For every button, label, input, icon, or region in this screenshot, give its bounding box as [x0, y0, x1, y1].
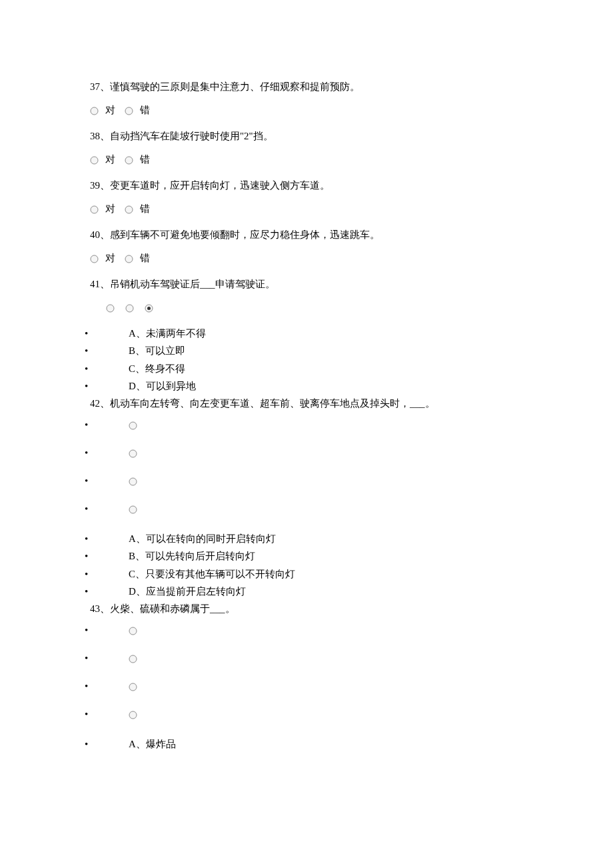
list-item: B、可以先转向后开启转向灯	[90, 547, 523, 565]
radio-unchecked-icon[interactable]	[106, 299, 115, 317]
radio-unchecked-icon[interactable]	[129, 416, 137, 434]
svg-point-14	[129, 478, 137, 485]
true-label: 对	[105, 249, 115, 267]
svg-point-1	[125, 107, 133, 115]
radio-unchecked-icon[interactable]	[129, 500, 137, 518]
svg-point-2	[91, 157, 98, 164]
radio-unchecked-icon[interactable]	[129, 444, 137, 462]
svg-point-15	[129, 506, 137, 513]
question-39-text: 39、变更车道时，应开启转向灯，迅速驶入侧方车道。	[90, 177, 523, 195]
svg-point-16	[129, 627, 137, 635]
list-item: C、只要没有其他车辆可以不开转向灯	[90, 565, 523, 583]
false-label: 错	[140, 101, 150, 119]
list-item: D、应当提前开启左转向灯	[90, 583, 523, 600]
true-label: 对	[105, 200, 115, 218]
svg-point-17	[129, 655, 137, 663]
false-label: 错	[140, 200, 150, 218]
list-item	[90, 623, 523, 637]
list-item	[90, 679, 523, 693]
list-item	[90, 418, 523, 431]
radio-unchecked-icon[interactable]	[125, 200, 133, 218]
list-item	[90, 446, 523, 459]
radio-unchecked-icon[interactable]	[90, 200, 99, 218]
radio-unchecked-icon[interactable]	[129, 649, 137, 667]
question-40-text: 40、感到车辆不可避免地要倾翻时，应尽力稳住身体，迅速跳车。	[90, 226, 523, 244]
svg-point-11	[147, 307, 151, 310]
svg-point-19	[129, 711, 137, 719]
svg-point-5	[125, 206, 133, 213]
question-37-text: 37、谨慎驾驶的三原则是集中注意力、仔细观察和提前预防。	[90, 78, 523, 96]
radio-unchecked-icon[interactable]	[129, 621, 137, 639]
radio-unchecked-icon[interactable]	[125, 249, 133, 267]
svg-point-13	[129, 450, 137, 457]
radio-unchecked-icon[interactable]	[90, 101, 99, 119]
list-item	[90, 474, 523, 487]
list-item: A、爆炸品	[90, 735, 523, 753]
question-41-text: 41、吊销机动车驾驶证后___申请驾驶证。	[90, 275, 523, 293]
false-label: 错	[140, 249, 150, 267]
true-label: 对	[105, 151, 115, 169]
radio-unchecked-icon[interactable]	[125, 151, 133, 169]
svg-point-4	[91, 206, 98, 213]
list-item: A、可以在转向的同时开启转向灯	[90, 530, 523, 547]
svg-point-18	[129, 683, 137, 691]
radio-unchecked-icon[interactable]	[125, 101, 133, 119]
svg-point-9	[126, 305, 133, 312]
radio-unchecked-icon[interactable]	[125, 299, 134, 317]
svg-point-8	[107, 305, 114, 312]
list-item: A、未满两年不得	[90, 325, 523, 342]
list-item	[90, 651, 523, 665]
svg-point-3	[125, 157, 133, 164]
radio-checked-icon[interactable]	[145, 299, 153, 317]
list-item	[90, 707, 523, 721]
radio-unchecked-icon[interactable]	[90, 249, 99, 267]
true-label: 对	[105, 101, 115, 119]
radio-unchecked-icon[interactable]	[90, 151, 99, 169]
question-38-text: 38、自动挡汽车在陡坡行驶时使用"2"挡。	[90, 127, 523, 145]
radio-unchecked-icon[interactable]	[129, 472, 137, 490]
question-42-text: 42、机动车向左转弯、向左变更车道、超车前、驶离停车地点及掉头时，___。	[90, 395, 523, 413]
list-item: B、可以立即	[90, 342, 523, 359]
svg-point-12	[129, 422, 137, 429]
radio-unchecked-icon[interactable]	[129, 677, 137, 695]
false-label: 错	[140, 151, 150, 169]
question-43-text: 43、火柴、硫磺和赤磷属于___。	[90, 600, 523, 618]
radio-unchecked-icon[interactable]	[129, 705, 137, 723]
svg-point-0	[91, 107, 98, 115]
list-item: D、可以到异地	[90, 377, 523, 395]
list-item	[90, 502, 523, 515]
list-item: C、终身不得	[90, 360, 523, 377]
svg-point-7	[125, 255, 133, 263]
svg-point-6	[91, 255, 98, 263]
